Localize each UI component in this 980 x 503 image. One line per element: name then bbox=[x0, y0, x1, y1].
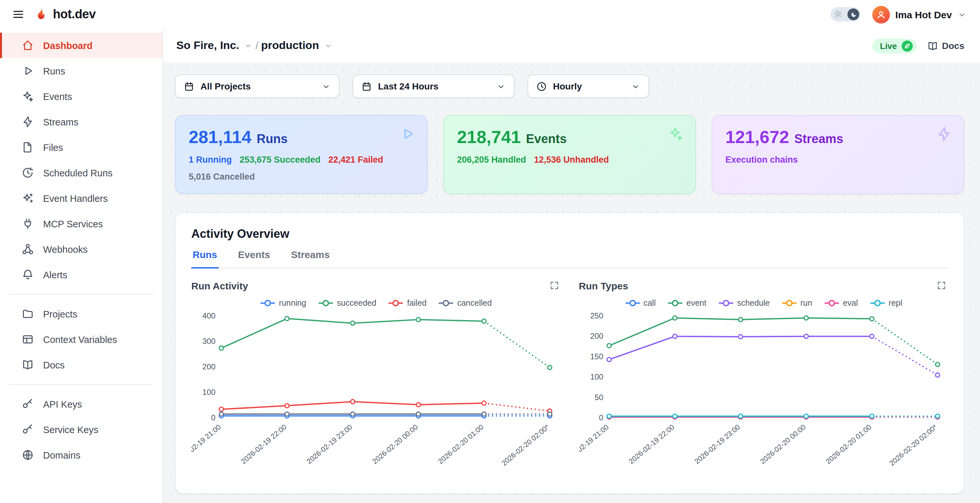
chevron-down-icon bbox=[321, 81, 331, 91]
time-range-dropdown[interactable]: Last 24 Hours bbox=[353, 75, 514, 98]
env-switcher[interactable]: production bbox=[261, 39, 333, 52]
tab-streams[interactable]: Streams bbox=[290, 249, 331, 268]
legend-repl[interactable]: repl bbox=[870, 299, 902, 308]
bolt-icon bbox=[936, 126, 952, 142]
sidebar-item-dashboard[interactable]: Dashboard bbox=[0, 33, 162, 58]
bolt-icon bbox=[22, 116, 34, 128]
clock-icon bbox=[536, 81, 547, 92]
runs-stat-card[interactable]: 281,114 Runs 1 Running 253,675 Succeeded… bbox=[175, 115, 428, 194]
docs-link[interactable]: Docs bbox=[927, 40, 964, 51]
chart-title: Run Types bbox=[579, 280, 628, 291]
streams-subtitle: Execution chains bbox=[725, 155, 798, 164]
svg-text:2026-02-20 00:00: 2026-02-20 00:00 bbox=[758, 423, 807, 466]
legend-label: succeeded bbox=[337, 299, 376, 308]
legend-running[interactable]: running bbox=[260, 299, 306, 308]
sidebar-item-label: Webhooks bbox=[43, 244, 88, 254]
book-icon bbox=[22, 359, 34, 371]
chart-legend: runningsucceededfailedcancelled bbox=[191, 297, 560, 309]
sun-icon bbox=[834, 10, 843, 18]
events-handled: 206,205 Handled bbox=[457, 155, 526, 164]
app-root: hot.dev Ima Hot Dev Dashboard bbox=[0, 0, 980, 503]
charts-row: Run Activity runningsucceededfailedcance… bbox=[191, 279, 948, 483]
folder-icon bbox=[22, 308, 34, 320]
sidebar-item-label: API Keys bbox=[43, 399, 82, 409]
events-stat-card[interactable]: 218,741 Events 206,205 Handled 12,536 Un… bbox=[443, 115, 696, 194]
activity-tabs: Runs Events Streams bbox=[191, 249, 948, 268]
sidebar-item-label: Service Keys bbox=[43, 424, 98, 435]
globe-icon bbox=[22, 449, 34, 461]
sidebar-item-projects[interactable]: Projects bbox=[0, 301, 162, 327]
svg-text:200: 200 bbox=[590, 332, 603, 340]
breadcrumb-separator: / bbox=[256, 40, 259, 52]
tab-runs[interactable]: Runs bbox=[191, 249, 218, 268]
sidebar-item-files[interactable]: Files bbox=[0, 134, 162, 160]
org-switcher[interactable]: So Fire, Inc. bbox=[176, 39, 253, 52]
user-menu[interactable]: Ima Hot Dev bbox=[873, 6, 967, 23]
expand-icon[interactable] bbox=[547, 279, 560, 292]
svg-text:2026-02-20 01:00: 2026-02-20 01:00 bbox=[824, 423, 873, 466]
legend-succeeded[interactable]: succeeded bbox=[318, 299, 376, 308]
streams-label: Streams bbox=[794, 132, 843, 146]
tab-events[interactable]: Events bbox=[237, 249, 271, 268]
legend-cancelled[interactable]: cancelled bbox=[438, 299, 492, 308]
sidebar-item-docs[interactable]: Docs bbox=[0, 352, 162, 378]
streams-stat-card[interactable]: 121,672 Streams Execution chains bbox=[712, 115, 964, 194]
brand[interactable]: hot.dev bbox=[34, 7, 95, 22]
hamburger-icon bbox=[12, 8, 25, 21]
sidebar-item-label: Files bbox=[43, 142, 63, 153]
legend-marker-icon bbox=[718, 299, 734, 307]
menu-button[interactable] bbox=[9, 5, 27, 24]
svg-text:0: 0 bbox=[599, 413, 603, 422]
svg-text:2026-02-20 02:00*: 2026-02-20 02:00* bbox=[888, 423, 939, 468]
legend-marker-icon bbox=[260, 299, 276, 307]
runs-failed: 22,421 Failed bbox=[328, 155, 383, 164]
svg-text:2026-02-19 23:00: 2026-02-19 23:00 bbox=[692, 423, 741, 466]
svg-text:400: 400 bbox=[202, 311, 215, 320]
sidebar-item-scheduled-runs[interactable]: Scheduled Runs bbox=[0, 160, 162, 185]
sidebar-item-webhooks[interactable]: Webhooks bbox=[0, 236, 162, 262]
sidebar-item-events[interactable]: Events bbox=[0, 84, 162, 109]
svg-text:0: 0 bbox=[211, 413, 215, 422]
legend-marker-icon bbox=[318, 299, 334, 307]
legend-label: cancelled bbox=[457, 299, 492, 308]
sidebar-item-service-keys[interactable]: Service Keys bbox=[0, 417, 162, 442]
legend-label: call bbox=[643, 299, 656, 308]
svg-text:200: 200 bbox=[202, 362, 215, 371]
legend-eval[interactable]: eval bbox=[824, 299, 858, 308]
sidebar-item-label: Alerts bbox=[43, 270, 67, 280]
clock-arrow-icon bbox=[22, 166, 34, 179]
project-filter-dropdown[interactable]: All Projects bbox=[175, 75, 339, 98]
sidebar-item-runs[interactable]: Runs bbox=[0, 58, 162, 84]
sidebar-item-domains[interactable]: Domains bbox=[0, 442, 162, 468]
legend-run[interactable]: run bbox=[781, 299, 812, 308]
sidebar-item-api-keys[interactable]: API Keys bbox=[0, 391, 162, 417]
legend-label: event bbox=[687, 299, 706, 308]
legend-schedule[interactable]: schedule bbox=[718, 299, 770, 308]
events-value: 218,741 bbox=[457, 128, 521, 148]
sidebar-item-streams[interactable]: Streams bbox=[0, 109, 162, 134]
runs-cancelled: 5,016 Cancelled bbox=[189, 172, 255, 182]
svg-text:100: 100 bbox=[590, 372, 603, 381]
legend-marker-icon bbox=[870, 299, 885, 307]
live-badge[interactable]: Live bbox=[872, 38, 917, 53]
filter-bar: All Projects Last 24 Hours Hourly bbox=[175, 75, 964, 98]
sidebar-item-event-handlers[interactable]: Event Handlers bbox=[0, 185, 162, 211]
sidebar-divider bbox=[9, 384, 153, 385]
user-name: Ima Hot Dev bbox=[896, 9, 952, 20]
expand-icon[interactable] bbox=[935, 279, 948, 292]
breadcrumb: So Fire, Inc. / production Live bbox=[163, 29, 980, 63]
legend-event[interactable]: event bbox=[668, 299, 706, 308]
webhook-icon bbox=[22, 243, 34, 255]
legend-failed[interactable]: failed bbox=[388, 299, 427, 308]
sidebar-item-context-variables[interactable]: Context Variables bbox=[0, 327, 162, 352]
leaf-icon bbox=[904, 42, 911, 50]
sidebar-item-mcp-services[interactable]: MCP Services bbox=[0, 211, 162, 236]
theme-toggle[interactable] bbox=[831, 7, 861, 22]
granularity-dropdown[interactable]: Hourly bbox=[528, 75, 649, 98]
sidebar-item-alerts[interactable]: Alerts bbox=[0, 262, 162, 287]
legend-call[interactable]: call bbox=[625, 299, 656, 308]
streams-value: 121,672 bbox=[725, 128, 789, 148]
chevron-down-icon bbox=[496, 81, 506, 91]
legend-label: repl bbox=[889, 299, 902, 308]
play-icon bbox=[399, 126, 415, 142]
